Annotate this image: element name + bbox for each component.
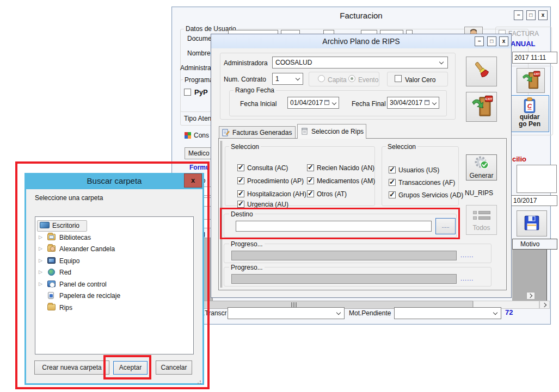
exit-door-icon: EXIT (470, 95, 493, 118)
grupos-servicios-label: Grupos Servicios (AD) (398, 191, 463, 199)
grupos-servicios-checkbox[interactable] (389, 191, 396, 198)
transacciones-label: Transacciones (AF) (398, 179, 455, 186)
fecha-field[interactable]: 10/2017 (511, 195, 557, 206)
close-button[interactable]: x (499, 36, 508, 46)
recien-nacido-checkbox[interactable] (307, 164, 314, 171)
paintbrush-icon (471, 60, 493, 82)
tab-label: Facturas Generadas (232, 129, 292, 136)
progreso2-dots: ...... (460, 275, 474, 282)
rips-dialog-title: Archivo Plano de RIPS (211, 34, 511, 48)
capita-radio[interactable] (318, 75, 325, 82)
facturacion-window-controls: – □ x (513, 10, 548, 20)
generar-label: Generar (466, 172, 496, 179)
liquidar-text2: go Pen (519, 120, 540, 128)
evento-radio[interactable] (348, 75, 355, 82)
valor-cero-checkbox[interactable] (395, 75, 402, 82)
mot-transcr-combobox[interactable] (228, 307, 345, 319)
procedimiento-checkbox[interactable] (237, 177, 244, 184)
facturacion-title: Facturacion (172, 11, 550, 20)
list-rows-icon (473, 211, 490, 222)
seleccion-label: Seleccion (386, 143, 417, 151)
fecha-inicial-datepicker[interactable]: 01/04/2017 (287, 97, 339, 109)
usuarios-checkbox[interactable] (389, 166, 396, 173)
highlight-box-aceptar (103, 355, 151, 379)
svg-text:EXIT: EXIT (485, 97, 492, 101)
capita-label: Capita (328, 76, 347, 84)
save-button[interactable] (517, 210, 547, 237)
fecha-value: 10/2017 (513, 197, 537, 204)
documento-label: Docume (187, 35, 212, 42)
medico-header: Medico (188, 150, 210, 157)
grid-scroll-right-button[interactable] (526, 292, 535, 300)
fecha-inicial-label: Fecha Inicial (240, 100, 277, 108)
motivo-header: Motivo (520, 240, 539, 248)
rips-doc-icon (301, 128, 308, 135)
medicamentos-checkbox[interactable] (307, 177, 314, 184)
scrollbar-right-arrow[interactable] (539, 301, 550, 309)
mot-pendiente-label: Mot.Pendiente (349, 309, 391, 317)
seleccion-label: Seleccion (229, 143, 261, 151)
administradora-value: COOSALUD (275, 59, 312, 66)
urgencia-label: Urgencia (AU) (247, 201, 288, 208)
minimize-button[interactable]: – (475, 36, 484, 46)
consulta-checkbox[interactable] (237, 164, 244, 171)
minimize-button[interactable]: – (514, 10, 523, 20)
otros-label: Otros (AT) (317, 190, 347, 198)
urgencia-checkbox[interactable] (237, 201, 244, 208)
tab-facturas-generadas[interactable]: Facturas Generadas (219, 126, 296, 139)
fecha-final-value: 30/04/2017 (390, 99, 422, 107)
pyp-checkbox[interactable] (184, 89, 191, 96)
exit-button[interactable]: EXIT (466, 92, 497, 122)
nu-rips-label: NU_RIPS (465, 189, 493, 197)
screenshot-stage: Facturacion – □ x Datos de Usuario Docum… (0, 0, 559, 392)
todos-label: Todos (466, 224, 496, 232)
rango-fecha-label: Rango Fecha (234, 86, 276, 94)
liquidar-text1: quidar (520, 113, 540, 121)
clipboard-c-icon: C (521, 97, 538, 114)
programa-label: Programa (183, 76, 215, 84)
progreso1-label: Progreso... (229, 240, 265, 248)
cons-label: Cons (194, 132, 209, 139)
exit-door-icon: EXIT (521, 71, 540, 90)
exit-button[interactable]: EXIT (517, 68, 545, 93)
administradora-combobox[interactable]: COOSALUD (272, 57, 448, 69)
nombre-label: Nombre (187, 49, 211, 57)
recien-nacido-label: Recien Nacido (AN) (317, 164, 374, 172)
motivo-header-cell: Motivo (512, 239, 557, 250)
usuarios-label: Usuarios (US) (398, 166, 439, 174)
liquidar-codigo-pen-button[interactable]: C quidargo Pen (510, 95, 549, 132)
administradora-label: Administradora (224, 59, 268, 67)
tab-seleccion-de-rips[interactable]: Seleccion de Rips (297, 124, 366, 139)
progreso2-label: Progreso... (229, 264, 265, 271)
calendar-icon (324, 100, 329, 105)
datetime-value: 2017 11:11 (514, 54, 546, 61)
tipo-aten-label: Tipo Aten (184, 115, 211, 122)
tab-label: Seleccion de Rips (311, 128, 364, 135)
progreso1-dots: ...... (460, 252, 474, 258)
gear-check-icon (471, 155, 492, 172)
calendar-icon (425, 100, 429, 105)
mot-pendiente-combobox[interactable] (394, 307, 501, 319)
close-button[interactable]: x (538, 10, 548, 20)
hospitalizacion-checkbox[interactable] (237, 190, 244, 197)
transacciones-checkbox[interactable] (389, 179, 396, 186)
factura-label: FACTURA (508, 30, 539, 38)
fecha-final-datepicker[interactable]: 30/04/2017 (387, 97, 439, 109)
anual-label: ANUAL (511, 40, 536, 48)
maximize-button[interactable]: □ (487, 36, 496, 46)
fecha-final-label: Fecha Final (352, 100, 386, 108)
otros-checkbox[interactable] (307, 190, 314, 197)
generar-button[interactable]: Generar (466, 154, 497, 181)
todos-button[interactable]: Todos (466, 205, 497, 235)
evento-label: Evento (358, 76, 378, 84)
svg-text:EXIT: EXIT (534, 72, 540, 76)
datetime-field[interactable]: 2017 11:11 (512, 52, 557, 64)
invoice-doc-icon (222, 129, 230, 136)
maximize-button[interactable]: □ (526, 10, 536, 20)
pending-count: 72 (505, 308, 513, 316)
notes-box[interactable] (517, 165, 557, 193)
clean-button[interactable] (466, 57, 497, 86)
num-contrato-combobox[interactable]: 1 (272, 73, 303, 85)
pyp-label: PyP (194, 88, 208, 96)
progreso2-bar (231, 274, 457, 284)
